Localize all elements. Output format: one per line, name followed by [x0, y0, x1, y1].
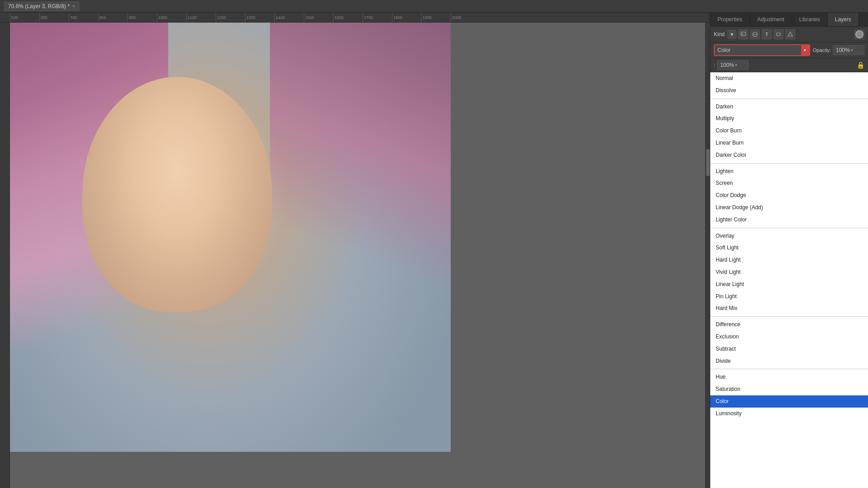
blend-option-pin-light[interactable]: Pin Light: [710, 291, 868, 303]
blend-option-exclusion[interactable]: Exclusion: [710, 331, 868, 343]
ruler-marks: 500 600 700 800 900 1000 1100 1200 1300 …: [10, 13, 480, 23]
blend-option-saturation[interactable]: Saturation: [710, 383, 868, 395]
ruler-mark: 1100: [186, 13, 216, 23]
blend-option-lighten[interactable]: Lighten: [710, 165, 868, 178]
vertical-scrollbar[interactable]: [705, 23, 710, 488]
blend-option-luminosity[interactable]: Luminosity: [710, 408, 868, 420]
opacity-value: 100%: [836, 47, 850, 53]
ruler-mark: 900: [127, 13, 157, 23]
hair-right: [270, 23, 451, 339]
close-tab-button[interactable]: ×: [72, 4, 75, 9]
layers-toolbar: Kind ▾ T: [710, 27, 868, 42]
blend-option-hard-mix[interactable]: Hard Mix: [710, 302, 868, 314]
blend-option-subtract[interactable]: Subtract: [710, 343, 868, 355]
kind-dropdown[interactable]: ▾: [727, 30, 736, 39]
tab-properties[interactable]: Properties: [710, 13, 750, 26]
blend-option-hue[interactable]: Hue: [710, 371, 868, 383]
blend-option-linear-dodge[interactable]: Linear Dodge (Add): [710, 202, 868, 214]
canvas-image: [10, 23, 451, 452]
ruler-mark: 500: [10, 13, 39, 23]
document-tab[interactable]: 70.6% (Layer 3, RGB/8) * ×: [4, 1, 80, 11]
blend-option-overlay[interactable]: Overlay: [710, 230, 868, 242]
blend-option-color[interactable]: Color: [710, 395, 868, 408]
canvas-area: 500 600 700 800 900 1000 1100 1200 1300 …: [0, 13, 710, 488]
blend-option-divide[interactable]: Divide: [710, 355, 868, 367]
canvas-content: [0, 23, 710, 488]
ruler-mark: 2000: [451, 13, 480, 23]
ruler-mark: 1800: [392, 13, 421, 23]
fill-colon: :: [714, 62, 715, 68]
blend-option-color-burn[interactable]: Color Burn: [710, 125, 868, 137]
svg-marker-5: [788, 32, 793, 36]
ruler-mark: 1700: [363, 13, 392, 23]
blend-mode-list: Normal Dissolve Darken Multiply Color Bu…: [710, 72, 868, 488]
blend-mode-arrow[interactable]: ▾: [801, 45, 809, 55]
ruler-mark: 800: [98, 13, 127, 23]
ruler-mark: 1900: [421, 13, 451, 23]
text-filter-icon[interactable]: T: [762, 29, 772, 39]
blend-option-lighter-color[interactable]: Lighter Color: [710, 214, 868, 226]
blend-option-color-dodge[interactable]: Color Dodge: [710, 189, 868, 202]
blend-option-normal[interactable]: Normal: [710, 72, 868, 84]
main-layout: 500 600 700 800 900 1000 1100 1200 1300 …: [0, 13, 868, 488]
fill-input[interactable]: 100% ▾: [717, 60, 749, 70]
tab-layers[interactable]: Layers: [828, 13, 859, 26]
blend-option-dissolve[interactable]: Dissolve: [710, 84, 868, 97]
pixel-filter-icon[interactable]: [738, 29, 748, 39]
ruler-mark: 1500: [304, 13, 333, 23]
svg-point-1: [742, 33, 743, 35]
panel-tabs: Properties Adjustment Libraries Layers: [710, 13, 868, 27]
title-bar: 70.6% (Layer 3, RGB/8) * ×: [0, 0, 868, 13]
blend-option-linear-burn[interactable]: Linear Burn: [710, 137, 868, 149]
blend-separator-5: [710, 369, 868, 369]
fill-value: 100%: [720, 62, 734, 68]
fill-row-second: : 100% ▾ 🔒: [710, 58, 868, 72]
blend-mode-value: Color: [717, 47, 731, 53]
ruler-mark: 1600: [333, 13, 363, 23]
shape-filter-icon[interactable]: [774, 29, 783, 39]
blend-option-hard-light[interactable]: Hard Light: [710, 254, 868, 266]
face-shape: [82, 77, 272, 312]
ruler-mark: 700: [69, 13, 98, 23]
blend-option-linear-light[interactable]: Linear Light: [710, 278, 868, 291]
ruler-mark: 1400: [274, 13, 304, 23]
ruler-left: [0, 23, 10, 488]
opacity-input[interactable]: 100% ▾: [833, 45, 864, 55]
right-panel: Properties Adjustment Libraries Layers K…: [710, 13, 868, 488]
tab-adjustment[interactable]: Adjustment: [750, 13, 792, 26]
lock-icon: 🔒: [857, 61, 864, 69]
blend-option-darken[interactable]: Darken: [710, 101, 868, 113]
tab-label: 70.6% (Layer 3, RGB/8) *: [8, 3, 70, 9]
smart-filter-icon[interactable]: [785, 29, 795, 39]
canvas-viewport[interactable]: [10, 23, 705, 488]
ruler-mark: 1200: [216, 13, 245, 23]
blend-separator-4: [710, 316, 868, 317]
opacity-label: Opacity:: [813, 47, 831, 53]
blend-mode-row: Color ▾ Opacity: 100% ▾: [710, 42, 868, 58]
layer-options-icon[interactable]: [854, 29, 864, 39]
kind-label: Kind: [714, 31, 725, 38]
blend-mode-dropdown[interactable]: Color ▾: [714, 44, 810, 56]
opacity-section: Opacity: 100% ▾: [813, 45, 864, 55]
ruler-mark: 1000: [157, 13, 186, 23]
blend-option-difference[interactable]: Difference: [710, 319, 868, 331]
adjustment-filter-icon[interactable]: [750, 29, 760, 39]
blend-option-screen[interactable]: Screen: [710, 177, 868, 189]
ruler-mark: 1300: [245, 13, 274, 23]
scrollbar-thumb[interactable]: [706, 149, 710, 176]
blend-separator-2: [710, 163, 868, 164]
ruler-mark: 600: [39, 13, 69, 23]
ruler-top: 500 600 700 800 900 1000 1100 1200 1300 …: [0, 13, 710, 23]
tab-libraries[interactable]: Libraries: [792, 13, 828, 26]
blend-separator-3: [710, 228, 868, 228]
fill-section: : 100% ▾: [714, 60, 749, 70]
blend-option-vivid-light[interactable]: Vivid Light: [710, 266, 868, 278]
blend-option-soft-light[interactable]: Soft Light: [710, 242, 868, 254]
svg-rect-4: [777, 33, 780, 36]
blend-option-multiply[interactable]: Multiply: [710, 113, 868, 125]
blend-option-darker-color[interactable]: Darker Color: [710, 149, 868, 161]
blend-separator-1: [710, 99, 868, 99]
